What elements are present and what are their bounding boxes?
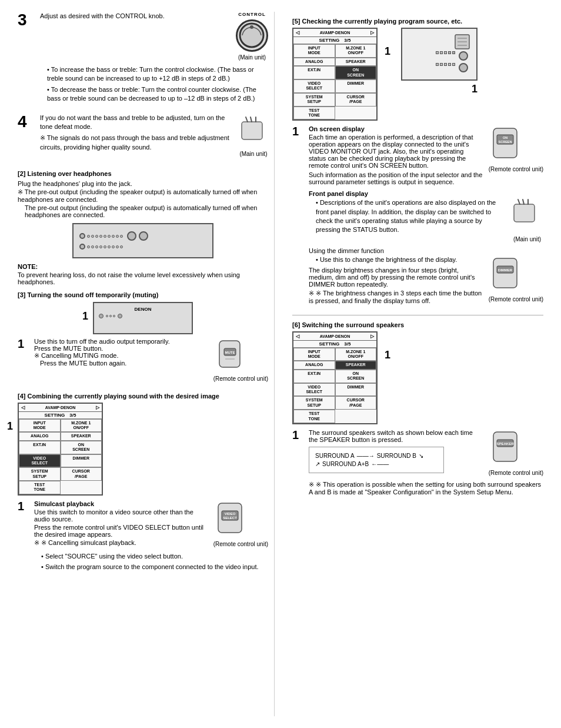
menu-mzone: M.ZONE 1ON/OFF [61,419,102,433]
s4-text2: Press the remote control unit's VIDEO SE… [34,524,208,538]
s5-frontpanel-img: (Main unit) [511,198,543,242]
note-header: NOTE: [18,263,268,270]
s5-onscreen-text: Each time an operation is performed, a d… [309,134,483,169]
s6-brand: AVAMP·DENON [320,334,350,338]
jack-circle [79,244,85,250]
surround-arrow-box: SURROUND A ——→ SURROUND B ↘ ↗ SURROUND A… [309,447,444,473]
s6-step-num: 1 [292,429,305,441]
surround-row-2: ↗ SURROUND A+B ←—— [315,461,438,467]
s5-onscreen-text-part: On screen display Each time an operation… [309,125,483,185]
section-2-text3: The pre-out output (including the speake… [18,204,268,218]
s4-bullet-2: Switch the program source to the compone… [34,563,268,571]
mute-jack2 [118,314,122,318]
s5-dots-row2 [406,63,473,72]
mute-dot-row [106,315,115,317]
s5-frontpanel-bullet: Descriptions of the unit's operations ar… [309,198,505,235]
step-3-bullet-1: To increase the bass or treble: Turn the… [40,65,268,84]
dot [99,235,102,238]
menu-extin: EXT.IN [19,441,61,454]
step-4-text-part: If you do not want the bass and treble t… [40,114,233,155]
step-4-number: 4 [18,114,35,130]
s5-cursor: CURSOR/PAGE [335,93,377,107]
videoselect-svg: VIDEO SELECT [213,500,249,538]
mute-jack [99,314,103,318]
surround-a-label: SURROUND A [315,453,355,459]
s6-text-part: The surround speakers switch as shown be… [309,429,483,473]
s5-dimmer-remote: DIMMER (Remote control unit) [489,255,543,302]
dot [120,245,123,248]
svg-line-4 [251,117,252,122]
section-3-note2: Press the MUTE button again. [34,360,208,367]
s4-unit-label: (Remote control unit) [213,541,268,547]
section-3-step-1: 1 Use this to turn off the audio output … [18,338,268,387]
s6-page: 3/5 [344,341,350,347]
s6-menu: ◁ AVAMP·DENON ▷ SETTING 3/5 INPUTMODE M.… [292,331,378,424]
menu-testtone: TESTTONE [19,481,61,494]
section-4-menu: ◁ AVAMP·DENON ▷ SETTING 3/5 INPUTMODE M.… [18,403,103,496]
arrow-left-1: ←—— [371,461,389,467]
dot [116,235,119,238]
section-4-step-num: 1 [18,500,31,512]
menu-arrow-right: ▷ [96,405,99,410]
s6-setting-label: SETTING [319,341,340,347]
section-3-text2: Press the MUTE button. [34,345,208,352]
section-3-step-text: Use this to turn off the audio output te… [34,338,268,387]
dot [95,235,98,238]
s5-circle2 [459,63,468,72]
s5-dot [452,51,455,54]
s5-diagram-wrap: 1 ◁ AVAMP·DENON ▷ SETTING 3/5 INPUTMODE [292,28,543,121]
menu-videoselect: VIDEOSELECT [19,454,61,468]
s4-label-1: 1 [7,420,13,433]
s5-dot [448,63,451,66]
s5-label-1-right: 1 [401,83,477,95]
divider-5-6 [292,315,543,315]
s5-input-mode: INPUTMODE [293,44,335,58]
section-3-text1: Use this to turn off the audio output te… [34,338,208,345]
s5-arrow-right: ▷ [370,30,374,35]
note-text: To prevent hearing loss, do not raise th… [18,271,268,285]
s6-note: ※ ※ This operation is possible when the … [309,481,543,496]
svg-text:SPEAKER: SPEAKER [496,442,514,446]
svg-line-23 [518,200,520,204]
muting-diagram: 1 DENON [93,302,193,334]
section-4-step: 1 Simulcast playback Use this switch to … [18,500,268,574]
section-2-text2: ※ The pre-out output (including the spea… [18,188,268,203]
s5-dimmer-bullet: Use this to change the brightness of the… [309,255,483,264]
svg-text:MUTE: MUTE [225,351,235,354]
section-3-step-num: 1 [18,338,31,350]
step-4-unit-label: (Main unit) [239,151,268,157]
s5-dimmer-note: ※ ※ The brightness changes in 3 steps ea… [309,290,483,304]
s5-brand: AVAMP·DENON [320,31,350,35]
s4-simulcast-title: Simulcast playback [34,500,208,507]
surround-b-label: SURROUND B [377,453,416,459]
section-6-title: [6] Switching the surround speakers [292,321,543,328]
mute-remote-wrap: MUTE (Remote control unit) [213,338,268,382]
s5-extin: EXT.IN [293,66,335,79]
s5-onscreen-step: 1 On screen display Each time an operati… [292,125,543,308]
s4-note: ※ ※ Cancelling simulcast playback. [34,539,208,547]
s4-bullet-1: Select "SOURCE" using the video select b… [34,552,268,561]
headphone-panel [72,223,213,258]
dot [112,245,115,248]
step-3-text: Adjust as desired with the CONTROL knob. [40,12,230,21]
svg-rect-22 [514,204,535,222]
s5-menu-title: ◁ AVAMP·DENON ▷ [293,29,376,37]
s6-speaker-remote: SPEAKER (Remote control unit) [489,429,543,476]
s6-step-content: The surround speakers switch as shown be… [309,429,543,496]
s5-menu: ◁ AVAMP·DENON ▷ SETTING 3/5 INPUTMODE M.… [292,28,378,121]
mute-remote-svg: MUTE [213,338,246,373]
section-4-label-wrap: 1 ◁ AVAMP·DENON ▷ SETTING 3/5 INPUTMODE [18,403,103,496]
dot [103,245,106,248]
s5-onscreen-title: On screen display [309,125,483,132]
dot [106,315,108,317]
s4-videoselect-remote: VIDEO SELECT (Remote control unit) [213,500,268,547]
jack-circle [79,233,85,239]
headphone-panel-wrap [18,223,268,258]
menu-dimmer: DIMMER [61,454,102,468]
dot [99,245,102,248]
big-circle [127,231,136,241]
section-2-text1: Plug the headphones' plug into the jack. [18,180,268,187]
s5-dot [440,63,443,66]
step-3-bullet-2: To decrease the bass or treble: Turn the… [40,85,268,104]
s5-onscreen: ONSCREEN [335,66,377,79]
